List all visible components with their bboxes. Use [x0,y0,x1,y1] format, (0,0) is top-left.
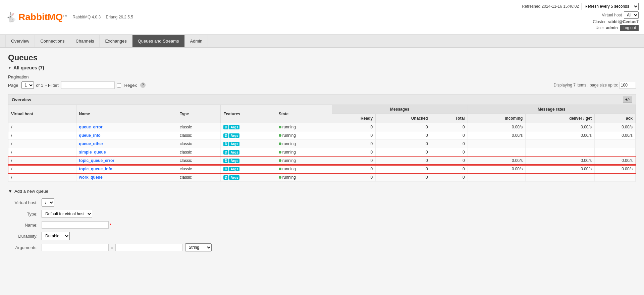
form-durability-select[interactable]: Durable Transient [42,232,70,240]
feat-args: Args [229,133,239,138]
logo: 🐇 RabbitMQTM [5,12,67,23]
state-dot [279,168,281,170]
td-deliver: 0.00/s [526,123,595,131]
state-running: running [279,175,296,180]
displaying-label: Displaying 7 items , page size up to: [554,83,618,87]
form-name-input[interactable] [42,221,109,229]
table-row[interactable]: / queue_error classic DArgs running 0 0 … [8,123,636,131]
td-name[interactable]: topic_queue_error [76,157,177,165]
header: 🐇 RabbitMQTM RabbitMQ 4.0.3 Erlang 26.2.… [0,0,644,35]
logo-area: 🐇 RabbitMQTM RabbitMQ 4.0.3 Erlang 26.2.… [5,12,137,23]
all-queues-title: All queues (7) [13,65,44,70]
vhost-label: Virtual host [602,13,622,17]
refreshed-label: Refreshed 2024-11-16 15:46:02 [522,4,579,9]
th-deliver: deliver / get [526,114,595,123]
queue-name-link[interactable]: simple_queue [79,150,106,155]
feat-args: Args [229,125,239,129]
td-name[interactable]: simple_queue [76,148,177,157]
regex-checkbox[interactable] [117,83,121,87]
regex-help[interactable]: ? [140,82,146,88]
td-vhost: / [8,140,76,148]
form-durability-label: Durability: [8,234,42,239]
queue-name-link[interactable]: work_queue [79,175,103,180]
filter-label: - Filter: [45,83,59,88]
refresh-select[interactable]: Refresh every 5 seconds Refresh every 10… [582,3,639,10]
vhost-select[interactable]: All / [624,11,639,19]
refresh-row: Refreshed 2024-11-16 15:46:02 Refresh ev… [522,3,639,10]
state-running: running [279,158,296,163]
feat-args: Args [229,150,239,155]
th-unacked: Unacked [376,114,431,123]
brand-rabbit: Rabbit [18,12,48,22]
table-row[interactable]: / queue_other classic DArgs running 0 0 … [8,140,636,148]
filter-input[interactable] [61,81,115,89]
nav-overview[interactable]: Overview [5,35,35,47]
brand-text: RabbitMQTM [18,12,67,22]
table-overview-label: Overview [12,97,31,102]
td-unacked: 0 [376,173,431,182]
state-running: running [279,133,296,138]
td-name[interactable]: queue_info [76,131,177,140]
td-total: 0 [431,148,468,157]
nav-channels[interactable]: Channels [70,35,100,47]
td-type: classic [177,131,221,140]
td-name[interactable]: topic_queue_info [76,165,177,173]
table-row[interactable]: / topic_queue_error classic DArgs runnin… [8,157,636,165]
plus-minus-button[interactable]: +/- [623,97,632,103]
add-queue-header[interactable]: ▼ Add a new queue [8,189,636,194]
feat-d: D [223,125,228,129]
user-label: User [595,25,604,30]
th-vhost: Virtual host [8,105,76,123]
td-vhost: / [8,123,76,131]
td-state: running [276,157,332,165]
pagination-display: Page 1 of 1 - Filter: Regex ? Displaying… [8,81,636,89]
nav-admin[interactable]: Admin [185,35,208,47]
queue-name-link[interactable]: queue_error [79,125,103,129]
vhost-row: Virtual host All / [522,11,639,19]
form-vhost-select[interactable]: / [42,198,54,206]
td-ack [594,173,635,182]
page-size-input[interactable] [619,82,636,88]
td-type: classic [177,123,221,131]
feat-args: Args [229,167,239,171]
th-messages-group: Messages [332,105,468,114]
nav-connections[interactable]: Connections [35,35,70,47]
queue-name-link[interactable]: queue_info [79,133,101,138]
form-arguments-input[interactable] [42,244,109,251]
td-ready: 0 [332,165,375,173]
form-arguments-type-select[interactable]: String Number Boolean [185,243,212,251]
td-ready: 0 [332,173,375,182]
queue-name-link[interactable]: topic_queue_error [79,158,114,163]
td-type: classic [177,140,221,148]
state-running: running [279,167,296,171]
nav-queues[interactable]: Queues and Streams [132,35,185,47]
td-total: 0 [431,123,468,131]
td-type: classic [177,157,221,165]
th-ready: Ready [332,114,375,123]
td-ack: 0.00/s [594,165,635,173]
queue-name-link[interactable]: queue_other [79,141,103,146]
td-name[interactable]: queue_other [76,140,177,148]
queue-name-link[interactable]: topic_queue_info [79,167,112,171]
table-row[interactable]: / work_queue classic DArgs running 0 0 0 [8,173,636,182]
feat-args: Args [229,142,239,146]
table-row[interactable]: / topic_queue_info classic DArgs running… [8,165,636,173]
th-type: Type [177,105,221,123]
form-type-select[interactable]: Default for virtual host Classic Quorum … [42,210,92,218]
page-select[interactable]: 1 [21,81,34,89]
form-arguments-value-input[interactable] [115,244,182,251]
all-queues-header[interactable]: ▼ All queues (7) [8,65,636,70]
td-features: DArgs [221,157,276,165]
td-vhost: / [8,148,76,157]
td-incoming: 0.00/s [468,123,526,131]
th-total: Total [431,114,468,123]
feat-d: D [223,133,228,138]
logout-button[interactable]: Log out [620,25,639,31]
table-row[interactable]: / simple_queue classic DArgs running 0 0… [8,148,636,157]
td-name[interactable]: work_queue [76,173,177,182]
nav-exchanges[interactable]: Exchanges [100,35,132,47]
table-row[interactable]: / queue_info classic DArgs running 0 0 0… [8,131,636,140]
td-unacked: 0 [376,148,431,157]
state-dot [279,126,281,128]
td-name[interactable]: queue_error [76,123,177,131]
